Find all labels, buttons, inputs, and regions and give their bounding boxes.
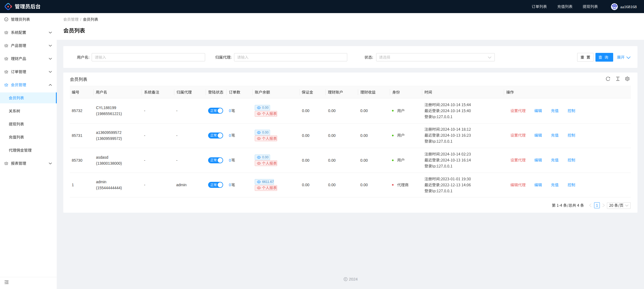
- svg-text:du: du: [613, 7, 616, 10]
